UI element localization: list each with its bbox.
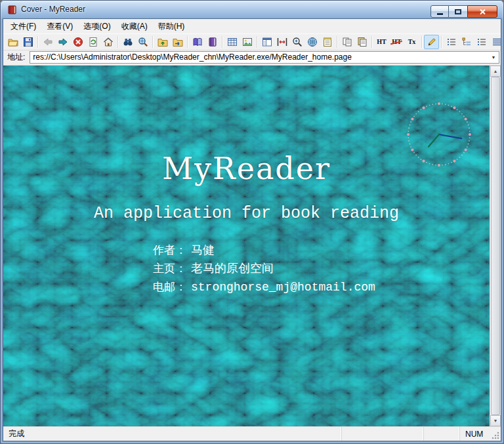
client-area: 文件(F)查看(V)选项(O)收藏(A)帮助(H) HTHTTx 地址: ▼ <box>3 18 501 441</box>
address-dropdown-button[interactable]: ▼ <box>488 52 499 63</box>
menu-item-file[interactable]: 文件(F) <box>5 19 41 34</box>
toolbar-separator <box>371 36 372 48</box>
search-icon <box>138 37 148 47</box>
window-title: Cover - MyReader <box>21 5 85 14</box>
menu-item-help[interactable]: 帮助(H) <box>153 19 190 34</box>
email-line: 电邮：stronghorse_mj@hotmail.com <box>153 278 375 296</box>
author-label: 作者： <box>153 244 186 256</box>
image-icon <box>242 37 253 47</box>
notes-button[interactable] <box>320 35 335 49</box>
forward-button[interactable] <box>55 35 70 49</box>
pages-icon <box>342 37 352 47</box>
toolbar: HTHTTx <box>3 33 501 50</box>
menu-bar: 文件(F)查看(V)选项(O)收藏(A)帮助(H) <box>3 19 501 33</box>
toolbar-separator <box>337 36 337 48</box>
toolbar-separator <box>187 36 188 48</box>
email-value: stronghorse_mj@hotmail.com <box>191 281 375 294</box>
scroll-up-button[interactable]: ▲ <box>490 66 501 77</box>
globe-button[interactable] <box>304 35 320 49</box>
grid-icon <box>492 37 501 47</box>
export-page-button[interactable] <box>354 35 369 49</box>
zoom-icon <box>292 37 303 47</box>
title-bar[interactable]: Cover - MyReader <box>3 0 501 18</box>
pen-icon <box>427 37 437 47</box>
app-icon <box>7 5 18 15</box>
address-field: ▼ <box>30 51 499 64</box>
homepage-label: 主页： <box>153 262 186 275</box>
detail-list-button[interactable] <box>474 35 489 49</box>
close-button[interactable] <box>467 5 497 18</box>
email-label: 电邮： <box>153 281 186 293</box>
menu-item-favorites[interactable]: 收藏(A) <box>116 19 153 34</box>
web-search-button[interactable] <box>135 35 150 49</box>
grid-view-button[interactable] <box>489 35 501 49</box>
outline-button[interactable] <box>444 35 459 49</box>
minimize-button[interactable] <box>430 5 449 18</box>
maximize-button[interactable] <box>449 5 467 18</box>
zoom-button[interactable] <box>289 35 304 49</box>
refresh-icon <box>88 37 98 47</box>
author-info-block: 作者：马健 主页：老马的原创空间 电邮：stronghorse_mj@hotma… <box>153 241 375 296</box>
pen-button[interactable] <box>424 35 439 49</box>
layout-button[interactable] <box>259 35 274 49</box>
toolbar-separator <box>257 36 257 48</box>
refresh-button[interactable] <box>85 35 100 49</box>
folder-go-icon <box>173 37 183 47</box>
status-text: 完成 <box>9 428 24 439</box>
arrow-left-icon <box>43 37 53 47</box>
pages2-icon <box>357 37 368 47</box>
address-input[interactable] <box>30 52 488 63</box>
home-button[interactable] <box>100 35 116 49</box>
save-button[interactable] <box>20 35 35 49</box>
toolbar-separator <box>222 36 222 48</box>
num-text: NUM <box>465 430 483 439</box>
scroll-down-button[interactable]: ▼ <box>490 415 501 426</box>
html-mode-button-label: HT <box>377 39 386 45</box>
toolbar-separator <box>441 36 442 48</box>
fit-width-button[interactable] <box>274 35 289 49</box>
table-view-button[interactable] <box>224 35 240 49</box>
menu-item-options[interactable]: 选项(O) <box>78 19 116 34</box>
tree-view-button[interactable] <box>459 35 474 49</box>
vertical-scrollbar[interactable]: ▲ ▼ <box>490 66 501 426</box>
num-lock-indicator: NUM <box>459 427 490 441</box>
menu-item-view[interactable]: 查看(V) <box>41 19 78 34</box>
book-edit-button[interactable] <box>205 35 220 49</box>
folder-up-button[interactable] <box>155 35 170 49</box>
status-bar: 完成 NUM <box>3 426 501 441</box>
text-mode-button[interactable]: Tx <box>404 35 419 49</box>
folder-open-icon <box>8 37 18 47</box>
open-button[interactable] <box>5 35 20 49</box>
arrow-right-icon <box>58 37 68 47</box>
folder-browse-button[interactable] <box>170 35 185 49</box>
text-mode-button-label: Tx <box>408 39 416 45</box>
author-line: 作者：马健 <box>153 241 375 260</box>
app-window: Cover - MyReader 文件(F)查看(V)选项(O)收藏(A)帮助(… <box>0 0 504 444</box>
book-button[interactable] <box>190 35 205 49</box>
stop-button[interactable] <box>70 35 85 49</box>
html-mode-button[interactable]: HT <box>374 35 389 49</box>
table-icon <box>227 37 238 47</box>
scrollbar-track[interactable] <box>490 77 501 415</box>
status-pane-3 <box>423 427 459 441</box>
folder-up-icon <box>158 37 168 47</box>
html-off-button[interactable]: HT <box>389 35 404 49</box>
book2-icon <box>207 37 218 47</box>
home-icon <box>103 37 114 47</box>
author-value: 马健 <box>191 244 215 257</box>
page-text-layer: MyReader An application for book reading… <box>3 66 490 426</box>
status-pane-2 <box>341 427 423 441</box>
book-icon <box>192 37 203 47</box>
back-button[interactable] <box>40 35 55 49</box>
list-icon <box>476 37 487 47</box>
find-button[interactable] <box>120 35 135 49</box>
scrollbar-thumb[interactable] <box>491 77 500 415</box>
image-view-button[interactable] <box>240 35 255 49</box>
copy-page-button[interactable] <box>339 35 354 49</box>
maximize-icon <box>455 9 461 14</box>
floppy-icon <box>23 37 33 47</box>
resize-grip[interactable] <box>490 430 500 440</box>
page-title: MyReader <box>3 151 490 186</box>
scroll-up-icon: ▲ <box>494 69 498 73</box>
tree-icon <box>461 37 472 47</box>
